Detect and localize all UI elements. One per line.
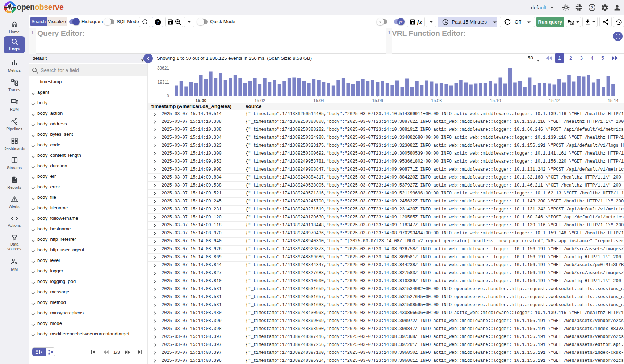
- svg-text:15:06: 15:06: [372, 98, 383, 103]
- svg-text:19311: 19311: [158, 80, 169, 85]
- svg-text:15:12: 15:12: [549, 98, 560, 103]
- svg-text:?: ?: [156, 20, 159, 24]
- svg-text:15:04: 15:04: [313, 98, 324, 103]
- svg-text:15:00: 15:00: [195, 98, 206, 103]
- svg-text:15:14: 15:14: [608, 98, 619, 103]
- svg-text:?: ?: [590, 5, 593, 10]
- svg-text:38621: 38621: [157, 66, 169, 71]
- svg-text:0: 0: [167, 93, 169, 99]
- svg-text:15:10: 15:10: [490, 98, 501, 103]
- svg-text:15:08: 15:08: [431, 98, 442, 103]
- svg-text:15:02: 15:02: [254, 98, 265, 103]
